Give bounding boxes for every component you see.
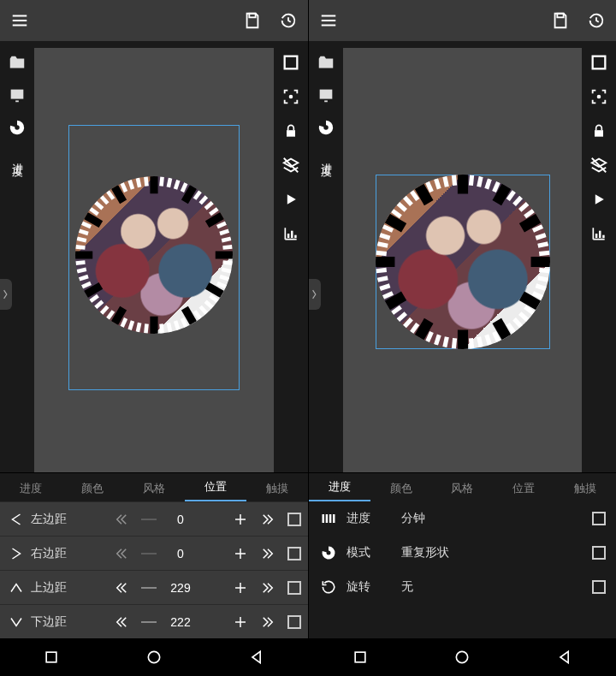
svg-line-30 <box>210 296 217 301</box>
position-row-left: 左边距 0 <box>0 501 308 536</box>
lock-checkbox[interactable] <box>287 615 301 629</box>
fast-back-icon[interactable] <box>114 512 129 527</box>
fast-fwd-icon[interactable] <box>260 580 275 596</box>
tab-style[interactable]: 风格 <box>123 481 185 501</box>
minus-icon[interactable] <box>141 587 157 589</box>
square-icon[interactable] <box>589 53 608 72</box>
folder-open-icon[interactable] <box>317 53 335 72</box>
topbar <box>309 0 616 41</box>
minus-icon[interactable] <box>141 519 157 520</box>
tab-position[interactable]: 位置 <box>185 479 246 501</box>
progress-row-bars[interactable]: 进度 分钟 <box>309 501 616 536</box>
nav-home-icon[interactable] <box>145 649 163 666</box>
tab-style[interactable]: 风格 <box>432 481 494 501</box>
history-icon[interactable] <box>279 11 298 30</box>
nav-home-icon[interactable] <box>453 649 471 666</box>
nav-recent-icon[interactable] <box>352 649 369 666</box>
svg-line-36 <box>175 321 178 329</box>
plus-icon[interactable] <box>233 512 248 527</box>
tick-marks <box>376 175 550 349</box>
nav-back-icon[interactable] <box>248 649 265 666</box>
svg-line-23 <box>223 246 233 247</box>
svg-line-65 <box>122 183 126 192</box>
svg-line-66 <box>130 181 133 189</box>
progress-icon[interactable] <box>8 118 27 137</box>
tab-color[interactable]: 颜色 <box>62 481 123 501</box>
square-icon[interactable] <box>281 53 300 72</box>
svg-line-47 <box>96 301 103 307</box>
menu-icon[interactable] <box>319 11 338 30</box>
row-checkbox[interactable] <box>592 546 606 560</box>
progress-icon[interactable] <box>317 118 335 137</box>
artwork-circle[interactable] <box>75 176 233 334</box>
stats-icon[interactable] <box>281 224 300 243</box>
svg-line-40 <box>145 324 146 334</box>
stats-icon[interactable] <box>589 224 608 243</box>
fast-back-icon[interactable] <box>114 546 129 561</box>
artwork-circle[interactable] <box>376 175 550 349</box>
lock-checkbox[interactable] <box>287 581 301 595</box>
svg-line-21 <box>220 231 228 234</box>
play-icon[interactable] <box>589 190 608 209</box>
canvas[interactable] <box>343 48 582 472</box>
svg-line-60 <box>91 209 98 214</box>
fast-fwd-icon[interactable] <box>260 614 275 630</box>
nav-recent-icon[interactable] <box>43 649 60 666</box>
rotate-icon <box>319 578 338 596</box>
folder-open-icon[interactable] <box>8 53 27 72</box>
tab-touch[interactable]: 触摸 <box>554 481 616 501</box>
plus-icon[interactable] <box>233 546 248 561</box>
svg-line-138 <box>445 176 447 187</box>
minus-icon[interactable] <box>141 553 157 554</box>
svg-line-62 <box>101 197 107 204</box>
screen-icon[interactable] <box>8 86 27 104</box>
progress-row-rotate[interactable]: 旋转 无 <box>309 570 616 604</box>
expand-tab[interactable] <box>0 279 12 310</box>
fast-back-icon[interactable] <box>114 580 129 596</box>
svg-line-34 <box>185 308 193 323</box>
lock-checkbox[interactable] <box>287 513 301 526</box>
tab-position[interactable]: 位置 <box>493 481 554 501</box>
tab-progress[interactable]: 进度 <box>0 481 62 501</box>
lock-icon[interactable] <box>281 122 300 140</box>
svg-line-93 <box>538 244 548 246</box>
focus-icon[interactable] <box>589 87 608 106</box>
history-icon[interactable] <box>587 11 606 30</box>
tab-touch[interactable]: 触摸 <box>246 481 308 501</box>
menu-icon[interactable] <box>10 11 29 30</box>
canvas[interactable] <box>34 48 274 472</box>
lock-icon[interactable] <box>589 122 608 140</box>
expand-tab[interactable] <box>309 279 321 310</box>
svg-line-85 <box>497 187 506 203</box>
fast-fwd-icon[interactable] <box>260 546 275 561</box>
plus-icon[interactable] <box>233 614 248 630</box>
play-icon[interactable] <box>281 190 300 209</box>
position-row-down: 下边距 222 <box>0 604 308 638</box>
save-icon[interactable] <box>243 11 262 30</box>
plus-icon[interactable] <box>233 580 248 596</box>
fast-back-icon[interactable] <box>114 614 129 630</box>
save-icon[interactable] <box>551 11 570 30</box>
screen-icon[interactable] <box>317 86 335 104</box>
nav-back-icon[interactable] <box>556 649 573 666</box>
svg-point-70 <box>148 651 159 662</box>
svg-line-98 <box>536 286 546 289</box>
svg-line-38 <box>161 324 162 334</box>
svg-line-51 <box>80 276 88 279</box>
progress-row-ring[interactable]: 模式 重复形状 <box>309 536 616 570</box>
row-checkbox[interactable] <box>592 580 606 594</box>
focus-icon[interactable] <box>281 87 300 106</box>
lock-checkbox[interactable] <box>287 547 301 560</box>
tab-color[interactable]: 颜色 <box>370 481 432 501</box>
row-checkbox[interactable] <box>592 512 606 525</box>
fast-fwd-icon[interactable] <box>260 512 275 527</box>
svg-line-45 <box>108 311 113 318</box>
layers-off-icon[interactable] <box>589 156 608 175</box>
minus-icon[interactable] <box>141 621 157 623</box>
svg-line-96 <box>539 270 549 270</box>
svg-rect-8 <box>294 235 297 238</box>
svg-line-18 <box>210 209 217 214</box>
layers-off-icon[interactable] <box>281 156 300 175</box>
tab-progress[interactable]: 进度 <box>309 479 370 501</box>
svg-line-56 <box>77 239 86 240</box>
